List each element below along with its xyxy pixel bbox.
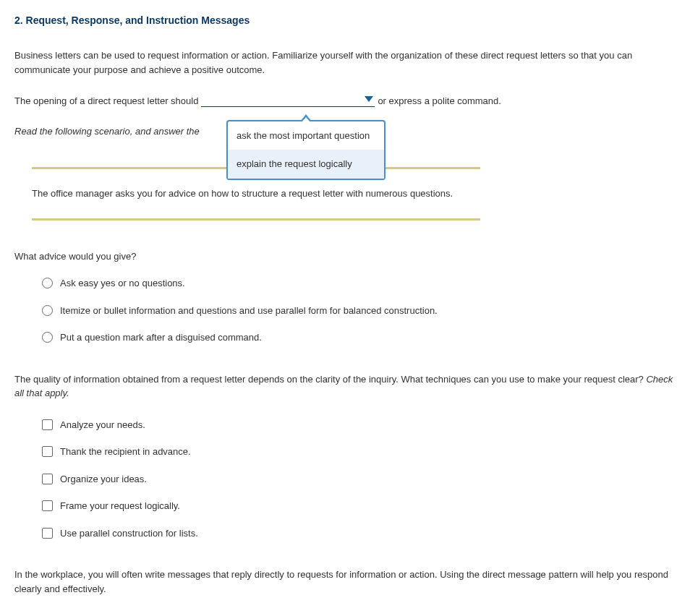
checkbox-icon[interactable]	[42, 528, 53, 539]
radio-icon[interactable]	[42, 278, 53, 288]
chevron-down-icon	[365, 96, 373, 102]
q2-option-3[interactable]: Frame your request logically.	[42, 499, 676, 513]
q2-option-0[interactable]: Analyze your needs.	[42, 418, 676, 432]
q2-option-4[interactable]: Use parallel construction for lists.	[42, 526, 676, 541]
q1-option-0[interactable]: Ask easy yes or no questions.	[42, 276, 676, 291]
dropdown-menu: ask the most important question explain …	[226, 120, 386, 180]
checkbox-icon[interactable]	[42, 446, 53, 457]
dropdown-notch-inner-icon	[302, 117, 310, 122]
checkbox-icon[interactable]	[42, 500, 53, 511]
q1-option-1[interactable]: Itemize or bullet information and questi…	[42, 304, 676, 318]
q2-option-label: Thank the recipient in advance.	[60, 445, 191, 459]
checkbox-icon[interactable]	[42, 419, 53, 430]
q1-option-label: Put a question mark after a disguised co…	[60, 330, 262, 345]
q2-prompt: The quality of information obtained from…	[14, 372, 676, 401]
q1-option-label: Ask easy yes or no questions.	[60, 276, 185, 291]
q2-option-2[interactable]: Organize your ideas.	[42, 472, 676, 487]
q2-options: Analyze your needs. Thank the recipient …	[42, 418, 676, 541]
fill-before-text: The opening of a direct request letter s…	[14, 94, 198, 108]
dropdown-blank[interactable]	[201, 95, 375, 107]
q2-option-label: Analyze your needs.	[60, 418, 145, 432]
q1-options: Ask easy yes or no questions. Itemize or…	[42, 276, 676, 345]
radio-icon[interactable]	[42, 332, 53, 343]
q1-option-2[interactable]: Put a question mark after a disguised co…	[42, 330, 676, 345]
dropdown-option-1[interactable]: explain the request logically	[228, 150, 384, 179]
fill-in-blank-row: The opening of a direct request letter s…	[14, 94, 676, 108]
q2-option-label: Organize your ideas.	[60, 472, 147, 487]
q2-option-1[interactable]: Thank the recipient in advance.	[42, 445, 676, 459]
q2-option-label: Frame your request logically.	[60, 499, 180, 513]
section-title: 2. Request, Response, and Instruction Me…	[14, 13, 676, 28]
intro-paragraph: Business letters can be used to request …	[14, 48, 676, 77]
checkbox-icon[interactable]	[42, 474, 53, 484]
divider-bottom	[32, 218, 480, 221]
q1-option-label: Itemize or bullet information and questi…	[60, 304, 438, 318]
fill-after-text: or express a polite command.	[378, 94, 501, 108]
q2-prompt-main: The quality of information obtained from…	[14, 374, 646, 385]
q2-option-label: Use parallel construction for lists.	[60, 526, 198, 541]
dropdown-option-0[interactable]: ask the most important question	[228, 121, 384, 150]
q1-prompt: What advice would you give?	[14, 249, 676, 264]
radio-icon[interactable]	[42, 305, 53, 316]
closing-paragraph: In the workplace, you will often write m…	[14, 568, 676, 596]
